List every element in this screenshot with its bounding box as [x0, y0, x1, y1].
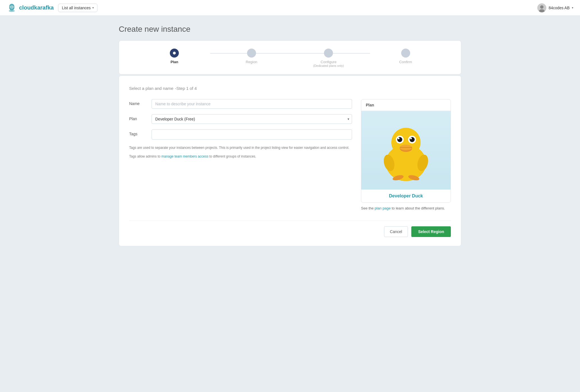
- name-input[interactable]: [152, 99, 352, 109]
- user-name: 84codes AB: [549, 6, 570, 10]
- plan-link-text: See the plan page to learn about the dif…: [361, 206, 451, 210]
- user-menu[interactable]: 84codes AB ▾: [537, 3, 573, 12]
- plan-page-suffix: to learn about the different plans.: [391, 206, 445, 210]
- step-region-dot: [247, 49, 256, 58]
- tags-input[interactable]: [152, 129, 352, 140]
- step-confirm-dot: [401, 49, 410, 58]
- plan-card-image: [361, 111, 451, 190]
- help-text-3: to different groups of instances.: [208, 154, 256, 158]
- plan-label: Plan: [129, 114, 152, 121]
- tags-row: Tags: [129, 129, 352, 140]
- step-region-label: Region: [246, 60, 257, 64]
- plan-card: Plan: [361, 99, 451, 203]
- select-region-button[interactable]: Select Region: [411, 226, 451, 237]
- name-input-wrap: [152, 99, 352, 109]
- step-configure[interactable]: Configure (Dedicated plans only): [290, 49, 367, 67]
- logo-icon: [7, 3, 17, 13]
- plan-select[interactable]: Developer Duck (Free) Tough Duck (Shared…: [152, 114, 352, 124]
- name-label: Name: [129, 99, 152, 106]
- step-configure-label: Configure: [321, 60, 336, 64]
- help-paragraph-2: Tags allow admins to manage team members…: [129, 154, 352, 159]
- svg-point-12: [391, 128, 421, 157]
- tags-input-wrap: [152, 129, 352, 140]
- header: cloudkarafka List all instances ▾ 84code…: [0, 0, 580, 16]
- steps-container: Plan Region Configure (Dedicated plans o…: [119, 49, 461, 67]
- form-layout: Name Plan Developer Duck (Free) Tough Du…: [129, 99, 451, 210]
- header-left: cloudkarafka List all instances ▾: [7, 3, 97, 13]
- svg-point-14: [397, 137, 402, 142]
- svg-point-2: [9, 10, 15, 12]
- logo[interactable]: cloudkarafka: [7, 3, 54, 13]
- step-confirm-label: Confirm: [399, 60, 412, 64]
- plan-row: Plan Developer Duck (Free) Tough Duck (S…: [129, 114, 352, 124]
- steps-card: Plan Region Configure (Dedicated plans o…: [119, 40, 461, 74]
- plan-page-link[interactable]: plan page: [375, 206, 391, 210]
- avatar-icon: [537, 3, 546, 12]
- svg-point-5: [10, 6, 11, 7]
- help-paragraph-1: Tags are used to separate your instances…: [129, 145, 352, 151]
- form-card: Select a plan and name -Step 1 of 4 Name…: [119, 76, 461, 246]
- plan-card-header: Plan: [361, 99, 451, 111]
- name-row: Name: [129, 99, 352, 109]
- step-plan[interactable]: Plan: [136, 49, 213, 64]
- step-confirm[interactable]: Confirm: [367, 49, 444, 64]
- avatar: [537, 3, 546, 12]
- nav-dropdown-arrow-icon: ▾: [92, 6, 94, 9]
- step-region[interactable]: Region: [213, 49, 290, 64]
- svg-point-10: [173, 52, 176, 54]
- svg-point-6: [13, 6, 13, 7]
- manage-access-link[interactable]: manage team members access: [161, 154, 208, 158]
- form-fields: Name Plan Developer Duck (Free) Tough Du…: [129, 99, 352, 210]
- step-plan-dot-inner: [172, 51, 176, 55]
- step-plan-dot: [170, 49, 179, 58]
- svg-point-18: [410, 138, 412, 139]
- form-footer: Cancel Select Region: [129, 220, 451, 237]
- help-text-2: Tags allow admins to: [129, 154, 161, 158]
- step-configure-sublabel: (Dedicated plans only): [313, 64, 344, 67]
- step-configure-dot: [324, 49, 333, 58]
- svg-point-15: [398, 138, 399, 139]
- cancel-button[interactable]: Cancel: [384, 226, 408, 237]
- svg-point-8: [540, 5, 544, 9]
- section-title: Select a plan and name -Step 1 of 4: [129, 85, 451, 91]
- plan-preview-section: Plan: [361, 99, 451, 210]
- nav-dropdown-label: List all instances: [62, 6, 91, 10]
- user-dropdown-arrow-icon: ▾: [572, 6, 573, 9]
- section-step-text: -Step 1 of 4: [175, 86, 197, 91]
- duck-illustration: [378, 119, 434, 181]
- logo-text: cloudkarafka: [19, 4, 54, 11]
- plan-page-prefix: See the: [361, 206, 375, 210]
- plan-select-wrap: Developer Duck (Free) Tough Duck (Shared…: [152, 114, 352, 124]
- page-title: Create new instance: [119, 25, 461, 34]
- nav-dropdown-button[interactable]: List all instances ▾: [58, 4, 97, 12]
- form-help-text: Tags are used to separate your instances…: [129, 145, 352, 159]
- step-plan-label: Plan: [171, 60, 178, 64]
- main-content: Create new instance Plan Region Configur…: [108, 16, 472, 255]
- section-title-text: Select a plan and name: [129, 86, 173, 91]
- plan-card-label: Developer Duck: [361, 190, 451, 202]
- svg-point-17: [410, 137, 415, 142]
- tags-label: Tags: [129, 129, 152, 136]
